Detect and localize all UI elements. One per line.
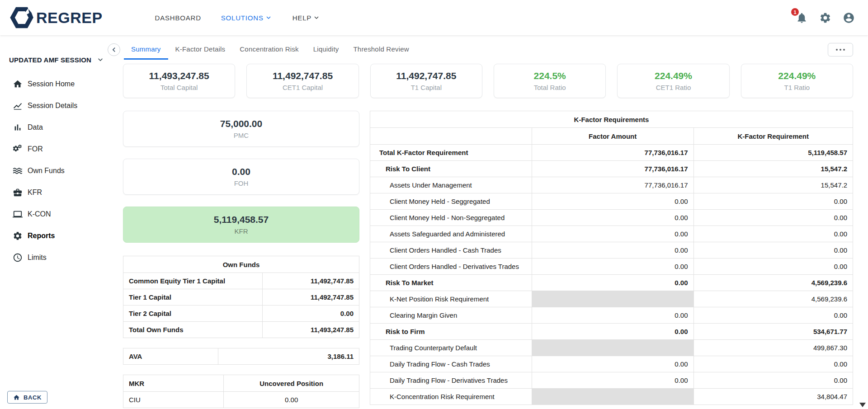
card-value: 0.00	[232, 166, 250, 177]
right-column: K-Factor Requirements Factor Amount K-Fa…	[370, 111, 853, 405]
more-options-button[interactable]	[828, 43, 853, 56]
sidebar-item-session-details[interactable]: Session Details	[9, 95, 106, 117]
sidebar-item-label: KFR	[28, 188, 42, 197]
tab-list: SummaryK-Factor DetailsConcentration Ris…	[124, 40, 416, 60]
own-funds-row-label: Tier 1 Capital	[123, 289, 263, 306]
sidebar-item-reports[interactable]: Reports	[9, 225, 106, 247]
kfactor-row-label: Assets Safeguarded and Administered	[370, 226, 532, 242]
ellipsis-icon	[836, 49, 838, 51]
own-funds-row: Tier 2 Capital0.00	[123, 306, 359, 322]
kfactor-row-label: Clearing Margin Given	[370, 307, 532, 324]
kfactor-row-total-k-factor-requirement: Total K-Factor Requirement77,736,016.175…	[370, 145, 853, 161]
card-label: KFR	[235, 227, 248, 235]
factor-amount-cell: 77,736,016.17	[532, 161, 693, 177]
kfactor-requirement-cell: 15,547.2	[693, 161, 853, 177]
card-label: T1 Capital	[411, 84, 442, 91]
kfactor-row-label: Total K-Factor Requirement	[370, 145, 532, 161]
factor-amount-cell	[532, 389, 693, 405]
session-selector[interactable]: UPDATED AMF SESSION	[9, 53, 106, 66]
ava-value: 3,186.11	[218, 348, 359, 365]
card-label: FOH	[234, 179, 249, 187]
card-value: 224.5%	[534, 71, 566, 81]
notifications-button[interactable]: 1	[795, 11, 808, 24]
summary-card-total-capital: 11,493,247.85Total Capital	[123, 64, 235, 98]
nav-item-help[interactable]: HELP	[292, 14, 321, 22]
clock-icon	[13, 253, 23, 263]
factor-amount-cell: 77,736,016.17	[532, 145, 693, 161]
waves-icon	[13, 166, 23, 176]
brand-hexagon-logo-icon	[9, 5, 34, 30]
own-funds-row-label: Total Own Funds	[123, 322, 263, 338]
kfactor-requirement-cell: 0.00	[693, 242, 853, 259]
account-button[interactable]	[842, 11, 855, 24]
own-funds-row-value: 11,492,747.85	[262, 289, 359, 306]
kfactor-requirement-cell: 499,867.30	[693, 340, 853, 356]
kfactor-row-label: K-Concentration Risk Requirement	[370, 389, 532, 405]
factor-amount-cell: 0.00	[532, 259, 693, 275]
tabs-bar: SummaryK-Factor DetailsConcentration Ris…	[123, 40, 853, 60]
factor-amount-cell: 0.00	[532, 307, 693, 324]
laptop-icon	[13, 209, 23, 219]
kfactor-requirement-cell: 0.00	[693, 226, 853, 242]
chevron-down-icon	[312, 14, 321, 22]
sidebar-item-data[interactable]: Data	[9, 117, 106, 138]
kfactor-row-client-orders-handled-derivatives-trades: Client Orders Handled - Derivatives Trad…	[370, 259, 853, 275]
settings-button[interactable]	[818, 11, 832, 24]
own-funds-row-label: Common Equity Tier 1 Capital	[123, 273, 263, 289]
tab-threshold-review[interactable]: Threshold Review	[346, 40, 416, 60]
summary-card-cet1-ratio: 224.49%CET1 Ratio	[617, 64, 729, 98]
kfactor-table-title: K-Factor Requirements	[370, 111, 853, 128]
card-value: 75,000.00	[220, 118, 262, 129]
scrollbar-down-indicator[interactable]	[859, 403, 866, 407]
sidebar: UPDATED AMF SESSION Session HomeSession …	[0, 35, 106, 409]
kfactor-table: K-Factor Requirements Factor Amount K-Fa…	[370, 111, 853, 405]
sidebar-item-session-home[interactable]: Session Home	[9, 73, 106, 95]
card-label: CET1 Capital	[283, 84, 323, 91]
kfactor-row-client-money-held-seggregated: Client Money Held - Seggregated0.000.00	[370, 193, 853, 210]
gear-icon	[13, 231, 23, 241]
tab-liquidity[interactable]: Liquidity	[306, 40, 346, 60]
card-label: CET1 Ratio	[656, 84, 691, 91]
page-body: UPDATED AMF SESSION Session HomeSession …	[0, 35, 868, 409]
sidebar-item-for[interactable]: FOR	[9, 138, 106, 160]
sidebar-item-limits[interactable]: Limits	[9, 247, 106, 268]
top-bar: REGREP DASHBOARDSOLUTIONSHELP 1	[0, 0, 868, 35]
uncovered-position-column-header: Uncovered Position	[224, 375, 359, 392]
back-button[interactable]: BACK	[7, 391, 47, 404]
kfactor-row-risk-to-client: Risk To Client77,736,016.1715,547.2	[370, 161, 853, 177]
sidebar-item-own-funds[interactable]: Own Funds	[9, 160, 106, 182]
own-funds-table: Own Funds Common Equity Tier 1 Capital11…	[123, 256, 359, 338]
metric-cards: 75,000.00PMC0.00FOH5,119,458.57KFR	[123, 111, 359, 243]
kfactor-row-label: Daily Trading Flow - Cash Trades	[370, 356, 532, 372]
brand-name: REGREP	[36, 9, 103, 27]
own-funds-row-value: 11,493,247.85	[262, 322, 359, 338]
nav-item-dashboard[interactable]: DASHBOARD	[155, 14, 201, 22]
nav-item-label: DASHBOARD	[155, 14, 201, 22]
tab-k-factor-details[interactable]: K-Factor Details	[168, 40, 233, 60]
notification-badge: 1	[791, 8, 799, 16]
sidebar-item-kfr[interactable]: KFR	[9, 182, 106, 203]
kfactor-row-label: Client Orders Handled - Derivatives Trad…	[370, 259, 532, 275]
mkr-row-label: CIU	[123, 392, 224, 408]
tab-concentration-risk[interactable]: Concentration Risk	[232, 40, 306, 60]
sidebar-collapse-button[interactable]	[108, 43, 120, 56]
factor-amount-cell: 0.00	[532, 210, 693, 226]
kfactor-row-daily-trading-flow-derivatives-trades: Daily Trading Flow - Derivatives Trades0…	[370, 372, 853, 389]
sidebar-item-label: Data	[28, 123, 43, 132]
kfactor-requirement-cell: 534,671.77	[693, 324, 853, 340]
sidebar-item-k-con[interactable]: K-CON	[9, 203, 106, 225]
brand[interactable]: REGREP	[9, 5, 103, 30]
top-nav: DASHBOARDSOLUTIONSHELP	[155, 14, 321, 22]
sidebar-menu: Session HomeSession DetailsDataFOROwn Fu…	[9, 73, 106, 268]
own-funds-row-label: Tier 2 Capital	[123, 306, 263, 322]
nav-item-solutions[interactable]: SOLUTIONS	[221, 14, 273, 22]
kfactor-row-label: Risk To Client	[370, 161, 532, 177]
tab-summary[interactable]: Summary	[124, 40, 168, 60]
kfactor-row-label: Daily Trading Flow - Derivatives Trades	[370, 372, 532, 389]
mkr-row-value: 0.00	[224, 392, 359, 408]
kfactor-requirement-cell: 0.00	[693, 210, 853, 226]
summary-card-t1-ratio: 224.49%T1 Ratio	[741, 64, 853, 98]
sidebar-item-label: Own Funds	[28, 167, 65, 175]
kfactor-requirement-cell: 0.00	[693, 356, 853, 372]
metric-card-kfr: 5,119,458.57KFR	[123, 207, 359, 243]
